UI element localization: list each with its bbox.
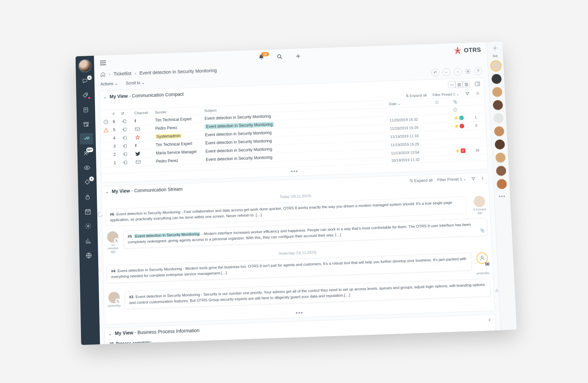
sidebar-eye[interactable] (80, 162, 94, 173)
sidebar-stats[interactable] (82, 235, 95, 247)
state-icon (104, 151, 110, 157)
flags: ⚡ (454, 123, 469, 128)
main-area: 18 OTRS › Ticketlist › Event detection i… (94, 42, 501, 344)
svg-rect-2 (84, 122, 88, 124)
presence-avatar[interactable] (492, 100, 503, 110)
notifications-button[interactable]: 18 (258, 54, 264, 60)
sidebar-group[interactable]: 99+ (80, 147, 94, 159)
svg-point-18 (477, 93, 478, 94)
chevron-down-icon: ⌄ (115, 81, 118, 86)
presence-avatar[interactable] (490, 61, 501, 71)
badge: 8 (89, 176, 94, 181)
user-avatar[interactable] (78, 59, 92, 72)
presence-avatar[interactable] (496, 165, 506, 176)
sidebar-monitor[interactable] (80, 133, 93, 144)
state-icon (103, 119, 109, 125)
panel-layout-icon[interactable] (474, 81, 480, 87)
sender: Pedro Perez (155, 124, 205, 131)
sidebar-archive[interactable] (79, 118, 93, 130)
search-button[interactable] (276, 53, 283, 60)
svg-rect-5 (87, 137, 89, 139)
badge: 99+ (86, 147, 94, 152)
flags: ⚡✕ (455, 148, 470, 153)
gear-icon[interactable] (465, 68, 471, 74)
home-icon[interactable] (100, 71, 106, 77)
next-button[interactable]: → (454, 68, 462, 76)
help-button[interactable]: ? (474, 67, 482, 75)
expand-all[interactable]: ⇅ Expand all (406, 93, 427, 98)
collapse-icon[interactable]: ⌄ (103, 94, 107, 99)
more-icon[interactable]: ••• (494, 192, 510, 201)
presence-avatar[interactable] (493, 113, 503, 123)
channel-icon (135, 134, 156, 140)
scrollto-dropdown[interactable]: Scroll to ⌄ (126, 80, 145, 85)
svg-point-4 (87, 125, 88, 126)
sidebar-lock[interactable] (81, 191, 95, 203)
filter-preset[interactable]: Filter Preset 1 ⌄ (437, 176, 467, 182)
gear-icon[interactable] (487, 317, 492, 322)
date: 11/19/2019 15:29 (391, 141, 437, 147)
svg-point-16 (467, 70, 469, 72)
collapse-icon[interactable]: ⌄ (105, 189, 109, 194)
view-toggle[interactable]: ▭▥▥ (448, 81, 470, 88)
presence-avatar[interactable] (494, 139, 505, 149)
twitter-icon: 𝕏 (115, 298, 120, 304)
sidebar-settings[interactable] (81, 220, 95, 232)
filter-icon[interactable] (465, 91, 470, 96)
sidebar-diamond[interactable]: 8 (81, 176, 94, 188)
message-avatar: ✉yesterday (475, 252, 489, 275)
sender: Maria Service Manager (156, 149, 206, 155)
gear-icon[interactable] (480, 176, 485, 181)
menu-toggle[interactable] (100, 60, 106, 65)
direction-in-icon (122, 143, 135, 148)
attachment-icon[interactable]: 📎 (480, 228, 485, 234)
count: 3 (469, 123, 483, 128)
collapse-icon[interactable]: ⌄ (108, 330, 112, 336)
date: 11/20/2019 15:32 (390, 117, 436, 122)
flags: ⚡ (454, 115, 469, 120)
undo-button[interactable]: ↶ (431, 68, 440, 76)
filter-preset[interactable]: Filter Preset 1 ⌄ (432, 92, 459, 97)
presence-avatar[interactable] (494, 126, 504, 137)
actions-dropdown[interactable]: Actions ⌄ (101, 81, 118, 86)
sidebar-note[interactable] (79, 104, 92, 116)
svg-point-14 (277, 54, 281, 58)
expand-all[interactable]: ⇅ Expand all (409, 178, 433, 183)
prev-button[interactable]: ← (442, 68, 451, 76)
svg-point-31 (494, 47, 496, 49)
svg-point-6 (85, 151, 86, 153)
chevron-right-icon: › (135, 70, 136, 76)
presence-settings-icon[interactable] (492, 45, 498, 51)
mail-icon: ✉ (485, 261, 489, 267)
app-window: 4 99+ 8 17 (76, 42, 517, 345)
presence-avatar[interactable] (491, 74, 501, 84)
svg-rect-9 (86, 196, 89, 199)
sidebar-globe[interactable] (82, 249, 96, 261)
flags: ⓘ (453, 106, 468, 112)
channel-icon (135, 151, 156, 156)
breadcrumb-item[interactable]: Ticketlist (113, 70, 131, 76)
chevron-down-icon: ⌄ (141, 80, 145, 85)
direction-in-icon (122, 151, 135, 157)
notif-badge: 18 (261, 52, 269, 56)
chevron-right-icon: › (109, 71, 110, 77)
sidebar-tag[interactable] (79, 90, 92, 101)
filter-icon[interactable] (471, 176, 476, 181)
state-icon (103, 127, 109, 133)
presence-avatar[interactable] (492, 87, 502, 97)
svg-rect-22 (135, 127, 139, 131)
presence-avatar[interactable] (496, 179, 507, 189)
gear-icon[interactable] (476, 91, 480, 95)
section-title: My View (110, 93, 128, 99)
state-icon (104, 160, 110, 166)
sidebar-chat[interactable]: 4 (79, 75, 92, 87)
add-button[interactable] (295, 52, 301, 59)
sidebar-calendar[interactable]: 17 (81, 205, 95, 217)
breadcrumb-current: Event detection in Security Monitoring (139, 67, 217, 75)
flags (455, 142, 470, 143)
count (469, 109, 482, 109)
presence-avatar[interactable] (495, 152, 505, 163)
content-scroll: ⌄ My View - Communication Compact ▭▥▥ ⇅ … (95, 77, 501, 344)
svg-rect-1 (84, 107, 88, 112)
svg-rect-27 (136, 160, 141, 163)
